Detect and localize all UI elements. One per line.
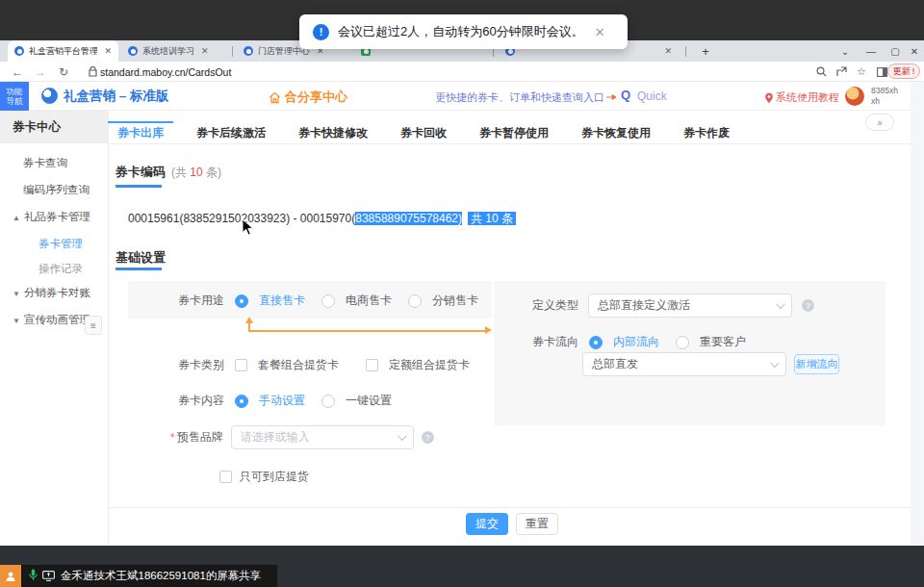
tab-bar-border xyxy=(109,143,911,144)
sidebar-title: 券卡中心 xyxy=(0,111,109,143)
sidebar-item-code-sequence-query[interactable]: 编码序列查询 xyxy=(23,183,90,197)
radio-internal-flow[interactable] xyxy=(589,336,603,349)
tab-card-recycle[interactable]: 券卡回收 xyxy=(397,121,450,144)
add-flow-button[interactable]: 新增流向 xyxy=(794,354,839,374)
radio-ecommerce-sale[interactable] xyxy=(321,294,335,308)
brand-row: * 预售品牌 请选择或输入 ? xyxy=(170,425,434,449)
forward-icon[interactable]: → xyxy=(31,62,50,82)
tab-card-suspend[interactable]: 券卡暂停使用 xyxy=(475,121,552,144)
nav-toggle-button[interactable]: 功能 导航 xyxy=(0,82,29,111)
tab-search-caret-icon[interactable]: ⌄ xyxy=(834,40,857,62)
checkbox-label-combo-pickup-card[interactable]: 套餐组合提货卡 xyxy=(258,357,339,373)
zoom-icon[interactable] xyxy=(811,62,831,82)
sidebar-collapse-handle[interactable]: ≡ xyxy=(85,316,102,335)
tab-card-void[interactable]: 券卡作废 xyxy=(680,121,733,144)
caret-down-icon: ▼ xyxy=(13,290,20,298)
system-tutorial-link[interactable]: 系统使用教程 xyxy=(776,90,839,105)
window-minimize-button[interactable]: — xyxy=(860,40,883,62)
expand-pill-button[interactable]: » xyxy=(865,114,894,131)
checkbox-store-pickup-only[interactable] xyxy=(219,471,232,483)
radio-one-click-setting[interactable] xyxy=(321,395,335,408)
browser-tab-training[interactable]: 系统培训学习 ✕ xyxy=(121,40,229,62)
mic-icon xyxy=(29,568,38,585)
app-title: 礼盒营销 – 标准版 xyxy=(64,88,169,105)
user-avatar[interactable] xyxy=(845,87,864,106)
star-icon[interactable]: ☆ xyxy=(852,62,871,82)
radio-label-distribution-sale[interactable]: 分销售卡 xyxy=(432,293,478,309)
checkbox-label-fixed-combo-pickup-card[interactable]: 定额组合提货卡 xyxy=(389,357,470,373)
radio-label-vip-customer[interactable]: 重要客户 xyxy=(700,334,746,350)
tab-close-icon[interactable]: ✕ xyxy=(664,46,672,56)
flow-row: 券卡流向 内部流向 重要客户 xyxy=(532,334,746,350)
checkbox-fixed-combo-pickup-card[interactable] xyxy=(366,359,378,371)
sidebar-item-card-query[interactable]: 券卡查询 xyxy=(23,156,67,170)
tab-card-outbound[interactable]: 券卡出库 xyxy=(114,121,167,144)
page-gutter xyxy=(911,82,924,546)
checkbox-label-store-pickup-only[interactable]: 只可到店提货 xyxy=(240,469,309,485)
browser-tab-gift-admin[interactable]: 礼盒营销平台管理中心 ✕ xyxy=(8,40,118,62)
sidebar-group-promo-animation[interactable]: ▼宣传动画管理 xyxy=(13,313,90,327)
update-label: 更新 xyxy=(893,65,911,78)
reload-icon[interactable]: ↻ xyxy=(54,62,73,82)
share-icon[interactable] xyxy=(832,62,851,82)
brand-label: 预售品牌 xyxy=(177,429,223,446)
define-type-row: 定义类型 总部直接定义激活 ? xyxy=(532,294,814,318)
back-icon[interactable]: ← xyxy=(8,62,27,82)
radio-label-internal-flow[interactable]: 内部流向 xyxy=(613,334,659,350)
card-coding-count: (共 10 条) xyxy=(171,165,221,181)
submit-button[interactable]: 提交 xyxy=(466,513,508,535)
browser-tab-title: 系统培训学习 xyxy=(142,45,194,58)
card-code-range[interactable]: 00015961(8385291502033923) - 00015970(83… xyxy=(128,211,516,227)
flow-select[interactable]: 总部直发 xyxy=(582,352,786,376)
share-center-link[interactable]: 合分享中心 xyxy=(269,89,347,106)
radio-label-ecommerce-sale[interactable]: 电商售卡 xyxy=(346,293,392,309)
radio-label-direct-sale[interactable]: 直接售卡 xyxy=(259,293,305,309)
radio-vip-customer[interactable] xyxy=(676,336,689,349)
tab-close-icon[interactable]: ✕ xyxy=(201,46,209,56)
basic-settings-title: 基础设置 xyxy=(116,249,166,267)
radio-label-manual-setting[interactable]: 手动设置 xyxy=(259,393,305,409)
tab-favicon-icon xyxy=(128,46,138,56)
tab-close-icon[interactable]: ✕ xyxy=(104,46,112,56)
tab-separator xyxy=(685,46,686,57)
user-name: 8385xh xh xyxy=(871,86,898,107)
help-icon[interactable]: ? xyxy=(422,431,434,444)
sidebar-item-operation-log[interactable]: 操作记录 xyxy=(38,262,83,276)
card-coding-header: 券卡编码 (共 10 条) xyxy=(116,164,221,181)
checkbox-combo-pickup-card[interactable] xyxy=(235,359,247,371)
brand-select[interactable]: 请选择或输入 xyxy=(231,425,414,449)
pointing-finger-icon xyxy=(604,89,617,107)
window-close-button[interactable]: ✕ xyxy=(903,40,924,62)
radio-direct-sale[interactable] xyxy=(235,294,248,308)
brand-placeholder: 请选择或输入 xyxy=(241,429,310,446)
content-label: 券卡内容 xyxy=(178,393,224,409)
tab-card-quick-edit[interactable]: 券卡快捷修改 xyxy=(295,121,372,144)
lock-icon[interactable] xyxy=(83,62,102,82)
quick-search-icon[interactable]: Q xyxy=(621,88,630,102)
radio-manual-setting[interactable] xyxy=(235,395,248,408)
url-bar[interactable]: standard.maboy.cn/CardsOut xyxy=(100,62,231,82)
reset-button[interactable]: 重置 xyxy=(516,513,558,535)
sidebar-item-card-management[interactable]: 券卡管理 xyxy=(38,237,83,251)
sidebar-group-gift-card-management[interactable]: ▲礼品券卡管理 xyxy=(13,210,90,224)
tab-card-later-activate[interactable]: 券卡后续激活 xyxy=(192,121,270,144)
quick-label[interactable]: Quick xyxy=(637,89,667,103)
sidebar-group-distribution-reconcile[interactable]: ▼分销券卡对账 xyxy=(13,286,90,300)
sidebar-group-label: 宣传动画管理 xyxy=(24,314,90,325)
footer-divider xyxy=(109,507,911,508)
new-tab-button[interactable]: + xyxy=(695,40,716,62)
arrow-right-head xyxy=(485,326,492,334)
radio-label-one-click-setting[interactable]: 一键设置 xyxy=(346,393,392,409)
tab-card-resume[interactable]: 券卡恢复使用 xyxy=(578,121,654,144)
help-icon[interactable]: ? xyxy=(802,299,814,312)
count-open: (共 xyxy=(171,166,190,179)
code-selected-text: 8385889075578462) xyxy=(355,212,462,225)
close-icon[interactable]: ✕ xyxy=(595,25,605,39)
brand-field-label: * 预售品牌 xyxy=(170,429,223,446)
browser-update-button[interactable]: 更新 ! xyxy=(887,64,920,79)
radio-distribution-sale[interactable] xyxy=(408,294,422,308)
sidebar-group-label: 分销券卡对账 xyxy=(24,287,90,298)
count-number: 10 xyxy=(190,166,202,179)
define-type-select[interactable]: 总部直接定义激活 xyxy=(588,294,792,318)
store-only-row: 只可到店提货 xyxy=(219,469,309,485)
